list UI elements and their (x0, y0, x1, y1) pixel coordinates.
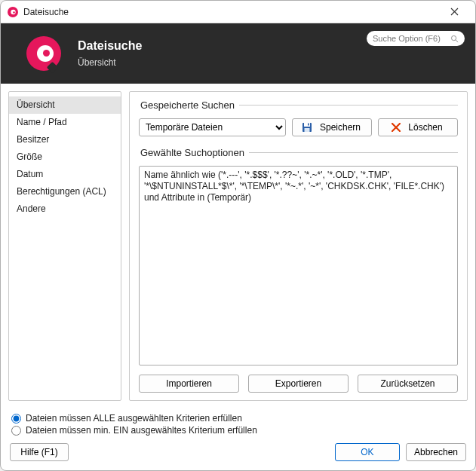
close-icon (450, 8, 459, 16)
help-button[interactable]: Hilfe (F1) (10, 443, 69, 461)
sidebar-item-3[interactable]: Größe (9, 148, 121, 166)
app-logo-large-icon (26, 36, 61, 71)
window-title: Dateisuche (23, 7, 439, 17)
svg-point-2 (13, 11, 15, 14)
saved-searches-legend: Gespeicherte Suchen (139, 99, 239, 111)
cancel-button[interactable]: Abbrechen (406, 443, 466, 461)
search-input[interactable]: Suche Option (F6) (367, 31, 465, 46)
svg-line-4 (456, 39, 458, 41)
dialog-window: Dateisuche Dateisuche Übersicht Suche Op… (0, 0, 476, 471)
radio-all[interactable]: Dateien müssen ALLE ausgewählten Kriteri… (11, 413, 465, 424)
saved-searches-group: Gespeicherte Suchen Temporäre Dateien Sp… (139, 99, 458, 139)
sidebar-item-0[interactable]: Übersicht (9, 96, 121, 114)
sidebar-item-2[interactable]: Besitzer (9, 131, 121, 148)
sidebar-item-5[interactable]: Berechtigungen (ACL) (9, 183, 121, 200)
save-button[interactable]: Speichern (292, 118, 372, 136)
selected-options-group: Gewählte Suchoptionen Name ähnlich wie (… (139, 147, 458, 369)
footer: Hilfe (F1) OK Abbrechen (1, 439, 475, 470)
save-icon (302, 122, 312, 133)
page-subtitle: Übersicht (78, 57, 142, 68)
main-panel: Gespeicherte Suchen Temporäre Dateien Sp… (129, 91, 468, 401)
sidebar: ÜbersichtName / PfadBesitzerGrößeDatumBe… (8, 91, 121, 401)
close-button[interactable] (439, 2, 469, 23)
radio-one[interactable]: Dateien müssen min. EIN ausgewähltes Kri… (11, 425, 465, 436)
match-mode-radios: Dateien müssen ALLE ausgewählten Kriteri… (1, 408, 475, 439)
svg-point-3 (451, 35, 456, 40)
app-logo-icon (7, 6, 19, 18)
action-button-row: Importieren Exportieren Zurücksetzen (139, 375, 458, 393)
svg-rect-6 (304, 123, 310, 127)
search-icon (450, 35, 459, 43)
page-title: Dateisuche (78, 39, 142, 53)
delete-icon (392, 123, 401, 132)
radio-all-input[interactable] (11, 414, 21, 424)
sidebar-item-6[interactable]: Andere (9, 200, 121, 218)
ok-button[interactable]: OK (335, 443, 400, 461)
import-button[interactable]: Importieren (139, 375, 239, 393)
sidebar-item-1[interactable]: Name / Pfad (9, 114, 121, 131)
content-area: ÜbersichtName / PfadBesitzerGrößeDatumBe… (1, 84, 475, 408)
delete-button-label: Löschen (408, 122, 442, 133)
saved-searches-select[interactable]: Temporäre Dateien (139, 118, 286, 136)
radio-all-label: Dateien müssen ALLE ausgewählten Kriteri… (26, 413, 242, 424)
search-placeholder: Suche Option (F6) (373, 34, 441, 43)
reset-button[interactable]: Zurücksetzen (358, 375, 458, 393)
selected-options-legend: Gewählte Suchoptionen (139, 147, 249, 158)
svg-rect-7 (304, 128, 309, 132)
header: Dateisuche Übersicht Suche Option (F6) (1, 23, 475, 84)
sidebar-item-4[interactable]: Datum (9, 166, 121, 183)
header-text: Dateisuche Übersicht (78, 39, 142, 68)
radio-one-label: Dateien müssen min. EIN ausgewähltes Kri… (26, 425, 257, 436)
criteria-textarea[interactable]: Name ähnlich wie ('*.---', '*.$$$', '*.?… (139, 166, 458, 365)
delete-button[interactable]: Löschen (378, 118, 458, 136)
titlebar: Dateisuche (1, 1, 475, 23)
save-button-label: Speichern (320, 122, 361, 133)
export-button[interactable]: Exportieren (248, 375, 349, 393)
radio-one-input[interactable] (11, 426, 21, 436)
svg-rect-8 (308, 124, 309, 126)
